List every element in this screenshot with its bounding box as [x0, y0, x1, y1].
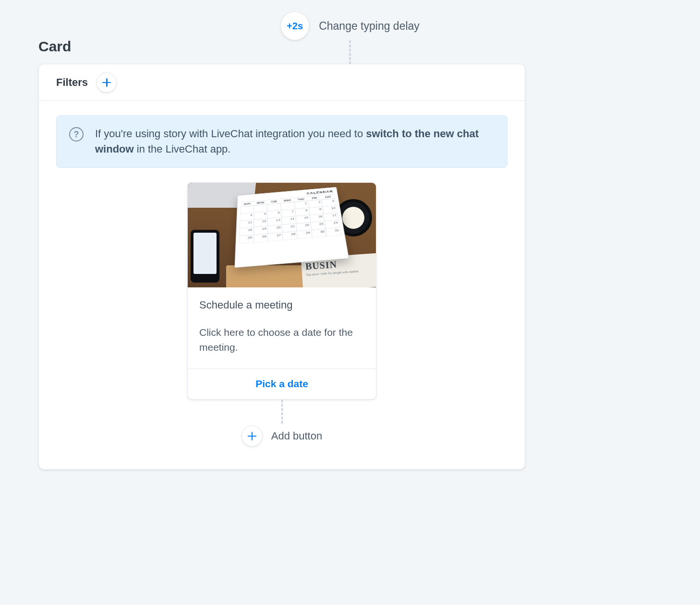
- calendar-illustration: CALENDAR SUNMONTUEWEDTHUFRISAT 123456789…: [234, 187, 349, 268]
- typing-delay-label: Change typing delay: [319, 20, 420, 33]
- add-button-icon[interactable]: [241, 426, 263, 447]
- typing-delay-badge[interactable]: +2s: [280, 12, 309, 40]
- calendar-grid: 1234567891011121314151617181920212223242…: [239, 199, 342, 244]
- connector-line-top: [350, 40, 351, 64]
- info-text: If you're using story with LiveChat inte…: [95, 126, 495, 157]
- card-editor-panel: Filters ? If you're using story with Liv…: [38, 64, 525, 470]
- card-title[interactable]: Schedule a meeting: [199, 299, 364, 311]
- info-suffix: in the LiveChat app.: [134, 143, 231, 155]
- card-body[interactable]: Schedule a meeting Click here to choose …: [188, 287, 376, 368]
- typing-delay-control[interactable]: +2s Change typing delay: [280, 12, 420, 40]
- connector-line-bottom: [281, 400, 283, 424]
- section-title: Card: [38, 38, 71, 55]
- card-preview-area: BUSIN Top news • jobs for people who mar…: [39, 168, 525, 447]
- info-prefix: If you're using story with LiveChat inte…: [95, 128, 366, 140]
- plus-icon: [248, 432, 256, 440]
- add-button-label: Add button: [271, 430, 322, 442]
- chat-card[interactable]: BUSIN Top news • jobs for people who mar…: [187, 182, 376, 400]
- filters-label: Filters: [56, 76, 88, 89]
- card-cta-button[interactable]: Pick a date: [188, 368, 376, 399]
- add-button-row[interactable]: Add button: [241, 426, 322, 447]
- info-banner: ? If you're using story with LiveChat in…: [56, 115, 507, 168]
- card-description[interactable]: Click here to choose a date for the meet…: [199, 325, 364, 355]
- filters-bar: Filters: [39, 64, 525, 101]
- card-image[interactable]: BUSIN Top news • jobs for people who mar…: [188, 183, 376, 287]
- plus-icon: [102, 78, 111, 87]
- folder-illustration: [226, 265, 313, 287]
- add-filter-button[interactable]: [97, 72, 117, 93]
- phone-illustration: [191, 230, 219, 283]
- help-icon: ?: [69, 127, 84, 142]
